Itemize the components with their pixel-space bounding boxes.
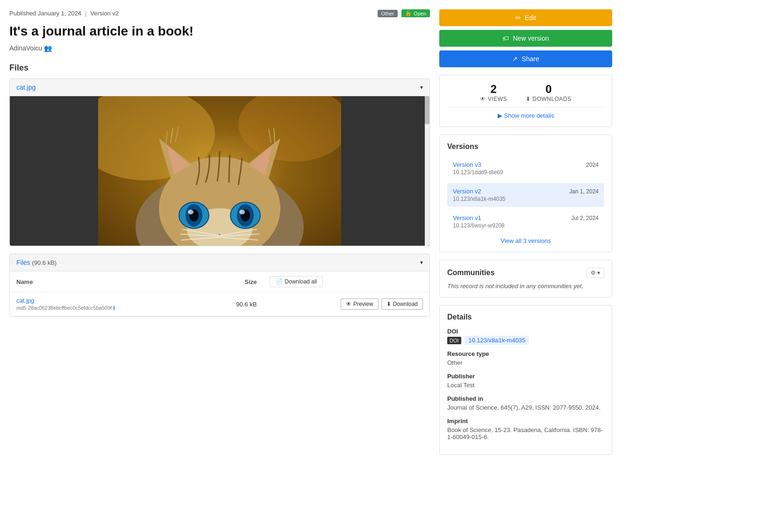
- file-actions-cell: 👁 Preview ⬇ Download: [263, 292, 429, 316]
- file-name-link[interactable]: cat.jpg: [16, 297, 34, 304]
- files-list-header: Files (90.6 kB) ▾: [10, 254, 429, 271]
- resource-type-label: Resource type: [447, 350, 604, 357]
- scrollbar-thumb[interactable]: [425, 96, 429, 124]
- col-name: Name: [10, 271, 205, 292]
- stats-row: 2 👁 VIEWS 0 ⬇ DOWNLOADS: [447, 83, 604, 102]
- record-title: It's a journal article in a book!: [9, 23, 430, 40]
- version-v2-year: Jan 1, 2024: [569, 188, 599, 195]
- svg-point-25: [239, 210, 245, 214]
- download-all-icon: 📄: [276, 278, 283, 285]
- versions-title: Versions: [447, 142, 604, 151]
- sidebar: ✏ Edit 🏷 New version ↗ Share 2 👁 VIEWS: [439, 9, 612, 523]
- doi-link[interactable]: 10.123/x8a1k-m4035: [465, 336, 529, 345]
- version-item-v1[interactable]: Version v1 Jul 2, 2024 10.123/6wsyr-w920…: [447, 210, 604, 234]
- separator: |: [85, 10, 86, 17]
- file-actions: 👁 Preview ⬇ Download: [270, 298, 423, 310]
- downloads-label: ⬇ DOWNLOADS: [526, 96, 572, 102]
- download-all-button[interactable]: 📄 Download all: [270, 276, 323, 287]
- author-icon: 👥: [44, 44, 52, 52]
- versions-box: Versions Version v3 2024 10.123/1ddd9-t8…: [439, 135, 612, 252]
- files-list-link[interactable]: Files: [16, 259, 30, 266]
- doi-value: DOI 10.123/x8a1k-m4035: [447, 337, 604, 344]
- eye-stat-icon: 👁: [480, 96, 486, 102]
- tag-icon: 🏷: [502, 35, 509, 42]
- files-table-header-row: Name Size 📄 Download all: [10, 271, 429, 292]
- lock-icon: 🔓: [405, 10, 412, 16]
- published-line: Published January 1, 2024 | Version v2 O…: [9, 9, 430, 17]
- files-list-title-area: Files (90.6 kB): [16, 259, 57, 266]
- scrollbar-track[interactable]: [425, 96, 429, 246]
- version-item-v3[interactable]: Version v3 2024 10.123/1ddd9-t8e69: [447, 156, 604, 180]
- doi-detail: DOI DOI 10.123/x8a1k-m4035: [447, 328, 604, 344]
- share-icon: ↗: [512, 55, 518, 63]
- version-v2-doi: 10.123/x8a1k-m4035: [453, 196, 599, 202]
- views-label: 👁 VIEWS: [480, 96, 507, 102]
- version-v1-link[interactable]: Version v1: [453, 214, 481, 221]
- version-item-v2[interactable]: Version v2 Jan 1, 2024 10.123/x8a1k-m403…: [447, 183, 604, 207]
- version-v3-year: 2024: [586, 162, 599, 168]
- record-author: AdinaVoicu 👥: [9, 44, 430, 52]
- resource-type-value: Other: [447, 359, 604, 366]
- new-version-button[interactable]: 🏷 New version: [439, 30, 612, 47]
- views-stat: 2 👁 VIEWS: [480, 83, 507, 102]
- badge-open: 🔓 Open: [401, 9, 430, 17]
- view-all-versions-link[interactable]: View all 3 versions: [447, 237, 604, 244]
- files-list-chevron[interactable]: ▾: [420, 259, 423, 266]
- show-more-chevron: ▶: [498, 112, 502, 119]
- col-actions: 📄 Download all: [263, 271, 429, 292]
- edit-button[interactable]: ✏ Edit: [439, 9, 612, 26]
- download-stat-icon: ⬇: [526, 96, 531, 102]
- version-v1-year: Jul 2, 2024: [571, 215, 599, 221]
- preview-filename[interactable]: cat.jpg: [16, 84, 36, 91]
- file-name-cell: cat.jpg md5:28ac06238ebcffbec0c5efdcc5ba…: [10, 292, 205, 316]
- communities-gear-button[interactable]: ⚙ ▾: [586, 268, 604, 278]
- communities-title: Communities: [447, 269, 494, 277]
- doi-label: DOI: [447, 328, 604, 335]
- details-box: Details DOI DOI 10.123/x8a1k-m4035 Resou…: [439, 305, 612, 455]
- record-header: Published January 1, 2024 | Version v2 O…: [9, 9, 430, 52]
- doi-badge: DOI: [447, 337, 461, 344]
- author-name: AdinaVoicu: [9, 44, 42, 52]
- published-date: Published January 1, 2024: [9, 10, 81, 17]
- stats-box: 2 👁 VIEWS 0 ⬇ DOWNLOADS ▶ Show mo: [439, 75, 612, 127]
- version-v2-link[interactable]: Version v2: [453, 188, 481, 195]
- hash-info-icon[interactable]: ℹ: [113, 305, 115, 311]
- file-preview-box: cat.jpg ▾: [9, 78, 430, 246]
- imprint-value: Book of Science, 15-23. Pasadena, Califo…: [447, 426, 604, 440]
- publisher-detail: Publisher Local Test: [447, 373, 604, 389]
- files-title: Files: [9, 63, 430, 73]
- stats-divider: [447, 107, 604, 107]
- preview-button[interactable]: 👁 Preview: [341, 298, 379, 310]
- files-list-size: (90.6 kB): [32, 259, 57, 266]
- version-v1-row: Version v1 Jul 2, 2024: [453, 214, 599, 221]
- share-button[interactable]: ↗ Share: [439, 50, 612, 67]
- published-in-value: Journal of Science, 645(7), A29, ISSN: 2…: [447, 404, 604, 411]
- file-preview-header: cat.jpg ▾: [10, 79, 429, 96]
- preview-chevron[interactable]: ▾: [420, 84, 423, 91]
- publisher-value: Local Test: [447, 382, 604, 389]
- version-label: Version v2: [90, 10, 119, 17]
- file-size-cell: 90.6 kB: [205, 292, 264, 316]
- details-title: Details: [447, 313, 604, 321]
- badge-other: Other: [378, 10, 398, 17]
- published-in-label: Published in: [447, 395, 604, 402]
- downloads-stat: 0 ⬇ DOWNLOADS: [526, 83, 572, 102]
- version-v3-row: Version v3 2024: [453, 161, 599, 168]
- svg-point-19: [188, 210, 193, 214]
- edit-icon: ✏: [515, 14, 521, 21]
- views-count: 2: [480, 83, 507, 96]
- published-in-detail: Published in Journal of Science, 645(7),…: [447, 395, 604, 411]
- files-section: Files cat.jpg ▾: [9, 63, 430, 317]
- version-v3-link[interactable]: Version v3: [453, 161, 481, 168]
- communities-empty-msg: This record is not included in any commu…: [447, 283, 604, 290]
- download-button[interactable]: ⬇ Download: [381, 298, 423, 310]
- communities-header: Communities ⚙ ▾: [447, 268, 604, 278]
- files-table: Name Size 📄 Download all: [10, 271, 429, 316]
- resource-type-detail: Resource type Other: [447, 350, 604, 366]
- sidebar-actions: ✏ Edit 🏷 New version ↗ Share: [439, 9, 612, 67]
- version-v2-row: Version v2 Jan 1, 2024: [453, 188, 599, 195]
- show-more-link[interactable]: ▶ Show more details: [447, 112, 604, 119]
- imprint-label: Imprint: [447, 418, 604, 425]
- file-hash: md5:28ac06238ebcffbec0c5efdcc5ba509f ℹ: [16, 305, 198, 311]
- table-row: cat.jpg md5:28ac06238ebcffbec0c5efdcc5ba…: [10, 292, 429, 316]
